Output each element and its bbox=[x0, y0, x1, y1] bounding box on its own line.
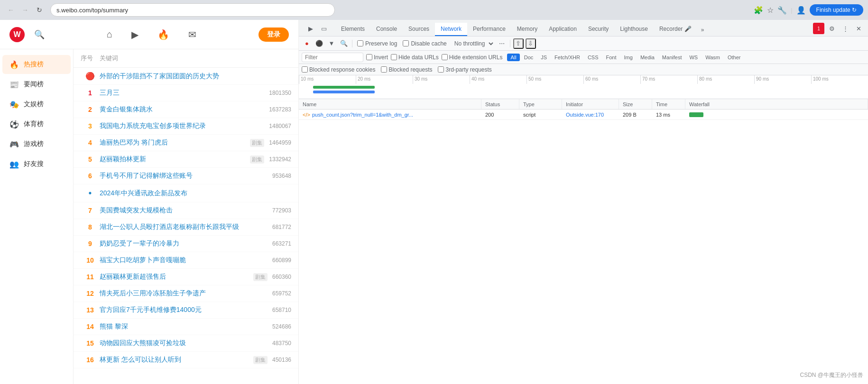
weibo-mail-icon[interactable]: ✉ bbox=[188, 29, 196, 40]
type-btn-css[interactable]: CSS bbox=[584, 54, 602, 61]
type-btn-fetch[interactable]: Fetch/XHR bbox=[551, 54, 583, 61]
th-status[interactable]: Status bbox=[481, 99, 519, 109]
tab-memory[interactable]: Memory bbox=[511, 23, 543, 36]
type-btn-img[interactable]: Img bbox=[621, 54, 636, 61]
type-btn-ws[interactable]: WS bbox=[686, 54, 701, 61]
trending-keyword-6[interactable]: 手机号不用了记得解绑这些账号 bbox=[100, 172, 268, 180]
blocked-requests-checkbox[interactable]: Blocked requests bbox=[381, 66, 432, 73]
tab-recorder[interactable]: Recorder 🎤 bbox=[654, 23, 697, 36]
weibo-search-icon[interactable]: 🔍 bbox=[34, 29, 45, 40]
filter-toggle-button[interactable]: ▼ bbox=[326, 38, 337, 49]
filter-input[interactable] bbox=[305, 54, 352, 61]
trending-keyword-16[interactable]: 林更新 怎么可以让别人听到 bbox=[100, 356, 251, 364]
weibo-video-icon[interactable]: ▶ bbox=[131, 29, 139, 40]
devtools-cursor-icon[interactable]: ▶ bbox=[305, 23, 316, 34]
trending-keyword-10[interactable]: 福宝大口吃胡萝卜声音嘎嘣脆 bbox=[100, 256, 268, 265]
sidebar-item-friends[interactable]: 👥 好友搜 bbox=[2, 155, 71, 174]
address-bar[interactable]: s.weibo.com/top/summary bbox=[50, 3, 335, 17]
th-waterfall[interactable]: Waterfall bbox=[685, 99, 868, 109]
type-btn-media[interactable]: Media bbox=[637, 54, 658, 61]
finish-update-button[interactable]: Finish update ↻ bbox=[810, 4, 863, 16]
tab-lighthouse[interactable]: Lighthouse bbox=[614, 23, 654, 36]
weibo-trending-fire-icon[interactable]: 🔥 bbox=[157, 29, 169, 40]
type-btn-doc[interactable]: Doc bbox=[521, 54, 537, 61]
profile-icon[interactable]: 👤 bbox=[796, 6, 806, 15]
tab-network[interactable]: Network bbox=[435, 23, 467, 36]
extensions-icon2[interactable]: 🔧 bbox=[777, 6, 787, 15]
preserve-log-input[interactable] bbox=[357, 40, 363, 46]
th-type[interactable]: Type bbox=[519, 99, 562, 109]
preserve-log-checkbox[interactable]: Preserve log bbox=[355, 40, 399, 47]
close-devtools-icon[interactable]: ✕ bbox=[853, 23, 864, 34]
wifi-icon[interactable]: ⋅⋅⋅ bbox=[497, 38, 507, 49]
clear-button[interactable]: ⚫ bbox=[314, 38, 324, 49]
hide-ext-input[interactable] bbox=[442, 54, 448, 60]
trending-keyword-12[interactable]: 情夫死后小三用冷冻胚胎生子争遗产 bbox=[100, 289, 268, 298]
disable-cache-input[interactable] bbox=[403, 40, 409, 46]
trending-keyword-7[interactable]: 美国费城突发大规模枪击 bbox=[100, 206, 268, 215]
trending-keyword-9[interactable]: 奶奶忍受了一辈子的冷暴力 bbox=[100, 239, 268, 248]
sidebar-item-games[interactable]: 🎮 游戏榜 bbox=[2, 135, 71, 154]
refresh-button[interactable]: ↻ bbox=[33, 4, 46, 16]
blocked-cookies-checkbox[interactable]: Blocked response cookies bbox=[302, 66, 375, 73]
th-time[interactable]: Time bbox=[652, 99, 685, 109]
sidebar-item-sports[interactable]: ⚽ 体育榜 bbox=[2, 115, 71, 134]
type-btn-manifest[interactable]: Manifest bbox=[659, 54, 685, 61]
record-button[interactable]: ● bbox=[302, 38, 312, 49]
tab-performance[interactable]: Performance bbox=[467, 23, 511, 36]
disable-cache-checkbox[interactable]: Disable cache bbox=[401, 40, 448, 47]
hide-ext-checkbox[interactable]: Hide extension URLs bbox=[442, 54, 503, 61]
third-party-input[interactable] bbox=[438, 66, 444, 73]
type-btn-font[interactable]: Font bbox=[603, 54, 620, 61]
trending-keyword-1[interactable]: 三月三 bbox=[100, 89, 264, 97]
initiator-link[interactable]: Outside.vue:170 bbox=[566, 112, 604, 118]
import-icon[interactable]: ⇩ bbox=[526, 38, 536, 49]
throttling-select[interactable]: No throttling bbox=[451, 39, 495, 48]
trending-keyword-5[interactable]: 赵丽颖拍林更新 bbox=[100, 155, 248, 164]
sidebar-item-trending[interactable]: 🔥 热搜榜 bbox=[2, 55, 71, 74]
hide-data-urls-checkbox[interactable]: Hide data URLs bbox=[391, 54, 439, 61]
type-btn-all[interactable]: All bbox=[507, 54, 519, 61]
extensions-icon[interactable]: 🧩 bbox=[754, 6, 763, 15]
th-name[interactable]: Name bbox=[299, 99, 481, 109]
trending-keyword-8[interactable]: 湖北一公职人员殴打酒店老板称副市长跟我平级 bbox=[100, 223, 268, 231]
tab-elements[interactable]: Elements bbox=[335, 23, 370, 36]
weibo-home-icon[interactable]: ⌂ bbox=[107, 29, 112, 40]
table-row[interactable]: </> push_count.json?trim_null=1&with_dm_… bbox=[299, 110, 868, 120]
trending-keyword-3[interactable]: 我国电力系统充电宝创多项世界纪录 bbox=[100, 122, 264, 130]
tab-security[interactable]: Security bbox=[582, 23, 614, 36]
tab-application[interactable]: Application bbox=[543, 23, 582, 36]
trending-keyword-4[interactable]: 迪丽热巴邓为 将门虎后 bbox=[100, 138, 248, 147]
third-party-checkbox[interactable]: 3rd-party requests bbox=[438, 66, 491, 73]
export-icon[interactable]: ⇧ bbox=[513, 38, 524, 49]
trending-keyword-2[interactable]: 黄金白银集体跳水 bbox=[100, 105, 264, 114]
tab-console[interactable]: Console bbox=[370, 23, 403, 36]
invert-checkbox[interactable]: Invert bbox=[366, 54, 388, 61]
blocked-requests-input[interactable] bbox=[381, 66, 387, 73]
kebab-menu-icon[interactable]: ⋮ bbox=[840, 23, 851, 34]
trending-keyword-hot[interactable]: 外部的干涉阻挡不了家国团圆的历史大势 bbox=[100, 72, 291, 81]
sidebar-item-entertainment[interactable]: 🎭 文娱榜 bbox=[2, 95, 71, 114]
trending-keyword-15[interactable]: 动物园回应大熊猫凌可捡垃圾 bbox=[100, 339, 268, 347]
th-size[interactable]: Size bbox=[619, 99, 652, 109]
type-btn-js[interactable]: JS bbox=[537, 54, 550, 61]
type-btn-wasm[interactable]: Wasm bbox=[702, 54, 723, 61]
trending-keyword-14[interactable]: 熊猫 黎深 bbox=[100, 322, 268, 331]
trending-keyword-11[interactable]: 赵丽颖林更新超强售后 bbox=[100, 273, 251, 281]
search-network-button[interactable]: 🔍 bbox=[339, 38, 349, 49]
invert-input[interactable] bbox=[366, 54, 372, 60]
type-btn-other[interactable]: Other bbox=[724, 54, 744, 61]
weibo-login-button[interactable]: 登录 bbox=[259, 27, 289, 42]
back-button[interactable]: ← bbox=[5, 4, 17, 16]
trending-keyword-bullet[interactable]: 2024年中兴通讯政企新品发布 bbox=[100, 189, 291, 198]
forward-button[interactable]: → bbox=[19, 4, 31, 16]
trending-keyword-13[interactable]: 官方回应7千元手机维修费14000元 bbox=[100, 306, 268, 314]
tab-sources[interactable]: Sources bbox=[403, 23, 435, 36]
th-initiator[interactable]: Initiator bbox=[562, 99, 619, 109]
hide-data-urls-input[interactable] bbox=[391, 54, 397, 60]
devtools-responsive-icon[interactable]: ▭ bbox=[318, 23, 330, 34]
bookmark-icon[interactable]: ☆ bbox=[767, 6, 774, 15]
blocked-cookies-input[interactable] bbox=[302, 66, 308, 73]
sidebar-item-news[interactable]: 📰 要闻榜 bbox=[2, 75, 71, 94]
settings-gear-icon[interactable]: ⚙ bbox=[826, 23, 838, 34]
